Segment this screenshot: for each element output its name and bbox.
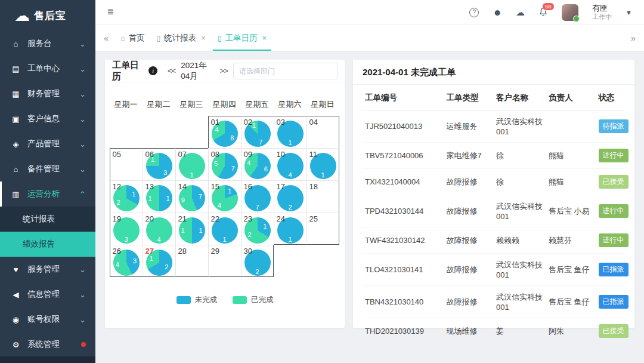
calendar-day-cell[interactable]: 04 [306, 116, 339, 148]
order-type: 故障报修 [444, 254, 494, 286]
calendar-day-cell[interactable]: 18 [306, 180, 339, 213]
order-id-link[interactable]: TPD4321030144 [363, 195, 444, 227]
user-info[interactable]: 有匪 工作中 [592, 4, 612, 21]
calendar-day-cell[interactable]: 0875 [208, 148, 241, 180]
pie-count-label: 4 [288, 171, 292, 179]
calendar-day-cell[interactable]: 071 [175, 148, 208, 180]
order-type: 故障报修 [444, 286, 494, 318]
calendar-day-cell[interactable]: 0271 [241, 116, 274, 148]
tab-home[interactable]: ⌂首页 [114, 25, 150, 51]
sidebar-item-operation-analysis[interactable]: ▥运营分析⌃ [0, 182, 95, 207]
customer-info-icon: ▣ [11, 115, 21, 124]
sidebar-item-label: 服务管理 [27, 264, 79, 275]
calendar-day-cell[interactable]: 172 [274, 180, 306, 213]
calendar-day-cell[interactable]: 0631 [143, 148, 175, 180]
person-icon[interactable]: ☻ [493, 8, 502, 17]
calendar-day-cell[interactable]: 204 [143, 213, 175, 245]
calendar-day-cell[interactable]: 221 [208, 213, 241, 245]
calendar-day-cell[interactable]: 2721 [143, 245, 175, 277]
weekday-label: 星期二 [143, 99, 175, 110]
next-month-button[interactable]: >> [220, 66, 228, 75]
calendar-day-cell[interactable]: 193 [110, 213, 143, 245]
sidebar-item-finance[interactable]: ▦财务管理⌄ [0, 81, 95, 106]
calendar-day-cell[interactable]: 0184 [208, 116, 241, 148]
calendar-day-cell[interactable]: 167 [241, 180, 274, 213]
tabs-scroll-right-icon[interactable]: » [631, 33, 636, 43]
calendar-day-cell[interactable]: 0964 [241, 148, 274, 180]
pie-count-label: 1 [166, 195, 169, 202]
pie-count-label: 8 [230, 134, 234, 141]
calendar-day-cell[interactable]: 1514 [208, 180, 241, 213]
department-select-input[interactable] [233, 63, 338, 79]
calendar-day-cell[interactable]: 28 [175, 245, 208, 277]
orders-table-body: TJR5021040013运维服务武汉信实科技001待指派TBV57210400… [363, 110, 625, 344]
day-number: 19 [113, 214, 121, 223]
chevron-down-icon[interactable]: ▼ [626, 9, 632, 16]
sidebar-item-work-order-center[interactable]: ▤工单中心⌄ [0, 56, 95, 81]
close-icon[interactable]: × [262, 33, 267, 42]
order-id-link[interactable]: TBV5721040006 [363, 143, 444, 169]
cloud-download-icon[interactable]: ☁ [516, 8, 525, 17]
order-id-link[interactable]: TBN4321030140 [363, 286, 444, 318]
calendar-day-cell[interactable]: 25 [306, 213, 339, 245]
order-id-link[interactable]: TXI4321040004 [363, 169, 444, 195]
day-number: 09 [244, 150, 252, 159]
notification-bell-icon[interactable]: 58 [538, 7, 548, 18]
order-status-badge: 已指派 [599, 263, 628, 276]
order-type: 现场维修 [444, 318, 494, 344]
calendar-day-cell[interactable]: 29 [208, 245, 241, 277]
sidebar-item-customer-info[interactable]: ▣客户信息⌄ [0, 106, 95, 131]
calendar-day-cell[interactable]: 05 [110, 148, 143, 180]
user-avatar[interactable] [562, 4, 578, 21]
pie-count-label: 4 [247, 159, 250, 167]
sidebar-item-service-mgmt[interactable]: ♥服务管理⌄ [0, 257, 95, 282]
order-id-link[interactable]: THD2021030139 [363, 318, 444, 344]
sidebar-item-spare-parts[interactable]: ⌂备件管理⌄ [0, 156, 95, 182]
order-customer: 武汉信实科技001 [494, 254, 546, 286]
calendar-day-cell[interactable]: 2312 [241, 213, 274, 245]
calendar-day-cell[interactable]: 111 [306, 148, 339, 180]
order-owner: 售后宝 小易 [546, 195, 596, 227]
calendar-day-cell[interactable]: 1212 [110, 180, 143, 213]
collapse-menu-icon[interactable]: ≡ [107, 6, 114, 19]
sidebar-item-product[interactable]: ◈产品管理⌄ [0, 131, 95, 156]
chevron-down-icon: ⌄ [79, 39, 86, 48]
order-row: TWF4321030142故障报修赖赖赖赖慧芬进行中 [363, 227, 625, 254]
sidebar-item-service-desk[interactable]: ⌂服务台⌄ [0, 31, 95, 56]
close-icon[interactable]: × [201, 33, 206, 42]
pie-count-label: 4 [157, 236, 160, 243]
sidebar-subitem-performance-report[interactable]: 绩效报告 [0, 232, 95, 257]
sidebar-item-system-mgmt[interactable]: ⚙系统管理 [0, 332, 95, 357]
order-id-link[interactable]: TLO4321030141 [363, 254, 444, 286]
pie-count-label: 4 [218, 202, 221, 209]
calendar-day-cell[interactable]: 2634 [110, 245, 143, 277]
calendar-day-cell[interactable]: 2111 [175, 213, 208, 245]
help-icon[interactable]: ? [469, 8, 479, 17]
tabs-scroll-left-icon[interactable]: « [104, 33, 109, 43]
day-number: 05 [113, 150, 121, 159]
sidebar-item-info-mgmt[interactable]: ◀信息管理⌄ [0, 282, 95, 307]
sidebar-subitem-statistics-report[interactable]: 统计报表 [0, 207, 95, 232]
calendar-day-cell[interactable]: 1479 [175, 180, 208, 213]
calendar-day-cell[interactable]: 302 [241, 245, 274, 277]
calendar-month-label: 2021年04月 [181, 60, 215, 82]
order-type: 故障报修 [444, 169, 494, 195]
tab-work-order-calendar[interactable]: ▯工单日历× [212, 25, 273, 51]
order-id-link[interactable]: TWF4321030142 [363, 227, 444, 254]
calendar-day-cell[interactable]: 031 [274, 116, 306, 148]
calendar-day-cell[interactable]: 1311 [143, 180, 175, 213]
work-order-calendar-panel: 工单日历 i << 2021年04月 >> 星期一星期二星期三星期四星期五星期六… [105, 60, 345, 328]
sidebar-item-account-perm[interactable]: ◉账号权限⌄ [0, 307, 95, 332]
day-number: 10 [277, 150, 285, 159]
tab-statistics-report[interactable]: ▯统计报表× [151, 25, 212, 51]
calendar-day-cell[interactable]: 104 [274, 148, 306, 180]
order-owner: 阿朱 [546, 318, 596, 344]
calendar-day-cell[interactable]: 241 [274, 213, 306, 245]
pie-count-label: 1 [263, 223, 267, 230]
document-icon: ▯ [218, 34, 222, 42]
calendar-empty-cell [143, 116, 175, 148]
orders-table-header-row: 工单编号工单类型客户名称负责人状态 [363, 85, 625, 110]
info-icon[interactable]: i [148, 66, 157, 75]
order-id-link[interactable]: TJR5021040013 [363, 110, 444, 143]
prev-month-button[interactable]: << [168, 66, 175, 75]
